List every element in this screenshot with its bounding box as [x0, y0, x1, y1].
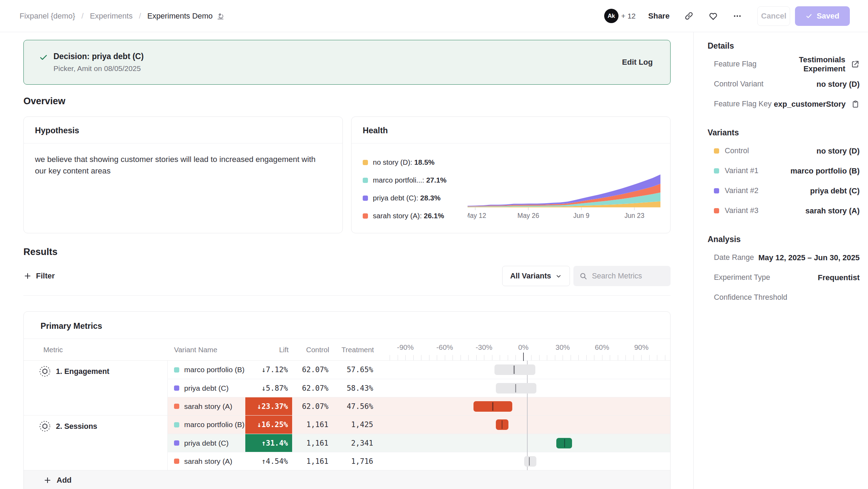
variant-swatch: [174, 422, 179, 427]
axis-tick: [571, 355, 571, 360]
main-content: Decision: priya debt (C) Picker, Amit on…: [0, 32, 694, 489]
col-lift: Lift: [245, 339, 292, 360]
col-variant-name: Variant Name: [168, 339, 245, 360]
confidence-interval-bar[interactable]: [494, 364, 535, 375]
variant-row: Variant #1marco portfolio (B): [708, 161, 860, 181]
legend-item: sarah story (A): 26.1%: [363, 212, 468, 220]
analysis-heading: Analysis: [708, 235, 860, 244]
axis-label: -30%: [476, 343, 492, 352]
hypothesis-text[interactable]: we believe that showing customer stories…: [24, 143, 338, 177]
axis-label: 60%: [595, 343, 609, 352]
external-link-icon[interactable]: [851, 60, 860, 69]
divider: [23, 295, 671, 296]
analysis-section: Analysis Date Range May 12, 2025 – Jun 3…: [708, 235, 860, 307]
legend-item: priya debt (C): 28.3%: [363, 194, 468, 202]
detail-row-control-variant: Control Variant no story (D): [708, 74, 860, 94]
legend-item: marco portfoli...: 27.1%: [363, 176, 468, 184]
breadcrumb-experiments[interactable]: Experiments: [90, 12, 132, 21]
variant-row: Variant #2priya debt (C): [708, 181, 860, 201]
overview-heading: Overview: [23, 96, 671, 107]
plus-icon: [23, 272, 32, 280]
variant-label: Variant #3: [725, 206, 758, 215]
x-tick-label: May 12: [468, 212, 486, 219]
axis-tick: [594, 355, 594, 360]
breadcrumb-project[interactable]: Fixpanel {demo}: [20, 12, 75, 21]
clipboard-copy-icon[interactable]: [851, 100, 860, 108]
more-options-icon[interactable]: [733, 12, 742, 21]
axis-tick: [413, 355, 414, 360]
axis-tick: [461, 355, 461, 360]
variant-swatch: [714, 168, 719, 173]
edit-log-button[interactable]: Edit Log: [622, 58, 653, 67]
axis-tick: [657, 355, 657, 360]
table-header: Metric Variant Name Lift Control Treatme…: [24, 339, 670, 361]
axis-tick: [453, 355, 453, 360]
collaborators-count[interactable]: + 12: [621, 12, 636, 20]
favorite-icon[interactable]: [708, 11, 718, 21]
variant-swatch: [714, 208, 719, 213]
copy-link-icon[interactable]: [684, 11, 694, 21]
metric-cell[interactable]: 1. Engagement: [24, 361, 168, 415]
metric-group: 1. Engagementmarco portfolio (B)↓7.12%62…: [24, 361, 670, 415]
axis-tick: [586, 355, 587, 360]
health-legend: no story (D): 18.5%marco portfoli...: 27…: [363, 155, 468, 229]
saved-button[interactable]: Saved: [795, 6, 850, 26]
add-metric-button[interactable]: Add: [43, 476, 72, 485]
hypothesis-card: Hypothesis we believe that showing custo…: [23, 116, 343, 233]
variant-label: Control: [725, 147, 749, 155]
legend-label: no story (D): 18.5%: [373, 158, 435, 166]
legend-label: priya debt (C): 28.3%: [373, 194, 441, 202]
cancel-button[interactable]: Cancel: [757, 6, 790, 26]
control-value: 62.07%: [292, 379, 333, 397]
lift-marker: [514, 366, 515, 374]
add-filter-button[interactable]: Filter: [23, 271, 55, 281]
variant-value: no story (D): [749, 147, 860, 156]
axis-tick: [547, 355, 547, 360]
axis-tick: [484, 355, 484, 360]
x-tick-label: Jun 9: [573, 212, 589, 219]
top-header: Fixpanel {demo} / Experiments / Experime…: [0, 0, 868, 32]
avatar[interactable]: Ak: [604, 9, 619, 23]
confidence-interval-bar[interactable]: [496, 383, 536, 394]
variant-row: Controlno story (D): [708, 141, 860, 161]
metric-rows: marco portfolio (B)↓16.25%1,1611,425priy…: [168, 416, 670, 470]
axis-tick: [515, 355, 516, 360]
lift-axis: -90%-60%-30%0%30%60%90%: [384, 339, 670, 360]
spacer: [377, 361, 384, 379]
confidence-interval-bar[interactable]: [496, 419, 508, 430]
variant-cell: priya debt (C): [168, 434, 245, 452]
axis-tick: [390, 355, 390, 360]
lift-value: ↓16.25%: [245, 416, 292, 434]
axis-tick: [398, 355, 398, 360]
table-row: sarah story (A)↓23.37%62.07%47.56%: [168, 397, 670, 415]
results-heading: Results: [23, 247, 671, 257]
metric-cell[interactable]: 2. Sessions: [24, 416, 168, 470]
search-metrics-input[interactable]: [592, 272, 665, 281]
axis-tick: [445, 355, 445, 360]
variant-swatch: [174, 385, 179, 391]
table-row: priya debt (C)↑31.4%1,1612,341: [168, 434, 670, 452]
search-icon: [579, 272, 588, 281]
treatment-value: 57.65%: [333, 361, 377, 379]
variant-label: Variant #2: [725, 186, 758, 195]
confidence-interval-bar[interactable]: [473, 401, 512, 412]
confidence-interval-bar[interactable]: [556, 438, 572, 448]
control-value: 1,161: [292, 416, 333, 434]
variant-swatch: [174, 459, 179, 464]
x-tick-label: Jun 23: [624, 212, 644, 219]
axis-tick: [602, 355, 602, 360]
spacer: [377, 379, 384, 397]
chevron-down-icon: [555, 273, 562, 279]
variants-filter-dropdown[interactable]: All Variants: [502, 266, 570, 286]
metric-name: 2. Sessions: [56, 420, 97, 431]
col-control: Control: [292, 339, 333, 360]
analysis-row-confidence-threshold: Confidence Threshold: [708, 288, 860, 307]
experiment-page: Fixpanel {demo} / Experiments / Experime…: [0, 0, 868, 489]
check-icon: [805, 13, 812, 20]
confidence-interval-bar[interactable]: [524, 456, 537, 467]
share-button[interactable]: Share: [648, 12, 670, 21]
treatment-value: 1,716: [333, 452, 377, 470]
variant-swatch: [174, 367, 179, 373]
x-tick-label: May 26: [518, 212, 539, 219]
metric-goal-icon: [39, 420, 51, 433]
